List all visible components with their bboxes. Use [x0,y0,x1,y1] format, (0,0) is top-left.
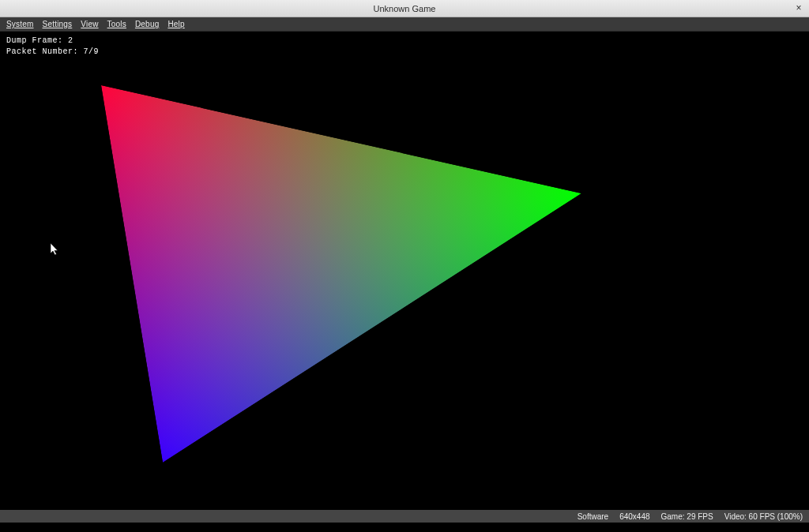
window-close-button[interactable]: × [793,2,804,13]
overlay-packet-number: Packet Number: 7/9 [6,47,99,56]
menu-bar: System Settings View Tools Debug Help [0,17,809,32]
status-resolution: 640x448 [619,512,649,521]
render-viewport[interactable]: Dump Frame: 2 Packet Number: 7/9 [0,32,809,510]
rendered-triangle [0,32,809,510]
status-renderer: Software [578,512,608,521]
menu-system[interactable]: System [6,20,34,28]
menu-settings[interactable]: Settings [43,20,73,28]
menu-view[interactable]: View [81,20,98,28]
title-bar[interactable]: Unknown Game × [0,0,809,17]
menu-help[interactable]: Help [167,20,184,28]
bottom-gap [0,523,809,532]
menu-debug[interactable]: Debug [135,20,159,28]
status-game-fps: Game: 29 FPS [661,512,713,521]
close-icon: × [796,3,801,13]
status-video-fps: Video: 60 FPS (100%) [724,512,803,521]
svg-marker-4 [101,85,581,463]
status-bar: Software 640x448 Game: 29 FPS Video: 60 … [0,510,809,523]
overlay-dump-frame: Dump Frame: 2 [6,36,73,45]
window-title: Unknown Game [374,4,436,13]
menu-tools[interactable]: Tools [107,20,126,28]
app-window: Unknown Game × System Settings View Tool… [0,0,809,532]
